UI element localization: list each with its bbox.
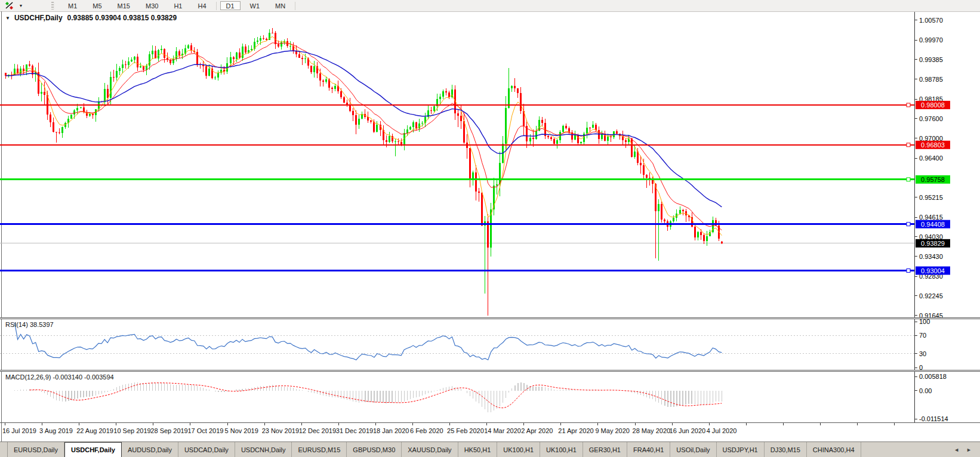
date-axis-label: 28 Sep 2019 (150, 427, 187, 434)
date-axis-tick (227, 423, 228, 425)
price-axis-label: 0.92245 (919, 292, 943, 299)
chart-collapse-icon[interactable]: ▼ (5, 16, 10, 21)
timeframe-button-d1[interactable]: D1 (220, 1, 241, 10)
line-handle[interactable] (907, 269, 910, 273)
price-axis-label: 0.99385 (919, 56, 943, 63)
chart-tab-uk100-h1[interactable]: UK100,H1 (540, 442, 583, 457)
chart-tab-gbpusd-m30[interactable]: GBPUSD,M30 (347, 442, 402, 457)
chart-tab-usdchf-daily[interactable]: USDCHF,Daily (64, 442, 122, 457)
date-axis-label: 21 Apr 2020 (558, 427, 593, 434)
chart-tab-uk100-h1[interactable]: UK100,H1 (497, 442, 540, 457)
candlestick-series (5, 28, 723, 316)
chart-tab-ger30-h1[interactable]: GER30,H1 (583, 442, 627, 457)
price-axis-label: 0.94615 (919, 214, 943, 221)
horizontal-level-line-0.95758[interactable]: 0.95758 (0, 175, 950, 184)
timeframe-buttons: M1M5M15M30H1H4D1W1MN (60, 1, 297, 10)
date-axis-label: 31 Dec 2019 (336, 427, 373, 434)
chart-ohlc-values: 0.93885 0.93904 0.93815 0.93829 (67, 14, 177, 22)
price-axis-label: 0.99970 (919, 36, 943, 44)
timeframe-button-h4[interactable]: H4 (192, 1, 212, 10)
current-price-badge-text: 0.93829 (921, 240, 945, 247)
horizontal-level-line-0.93004[interactable]: 0.93004 (0, 267, 950, 275)
chart-tab-usdcnh-daily[interactable]: USDCNH,Daily (235, 442, 292, 457)
date-axis-tick (709, 423, 710, 425)
chart-tab-fra40-h1[interactable]: FRA40,H1 (627, 442, 670, 457)
chart-tab-usdcad-daily[interactable]: USDCAD,Daily (178, 442, 235, 457)
date-axis-tick (153, 423, 153, 425)
timeframe-button-m30[interactable]: M30 (140, 1, 164, 10)
toolbar-separator (295, 2, 295, 10)
date-axis-label: 9 May 2020 (595, 427, 629, 434)
date-axis-label: 28 May 2020 (633, 427, 671, 434)
chart-tab-usdjpy-h1[interactable]: USDJPY,H1 (717, 442, 765, 457)
date-axis-tick (523, 423, 524, 425)
date-axis-tick (375, 423, 376, 425)
price-axis-label: 0.97600 (919, 115, 943, 122)
date-axis-label: 5 Nov 2019 (225, 427, 258, 434)
chart-tab-xauusd-daily[interactable]: XAUUSD,Daily (402, 442, 458, 457)
price-axis-label: 0.91645 (919, 312, 943, 317)
price-axis-label: 0.93430 (919, 253, 943, 260)
date-axis-tick (820, 423, 821, 425)
date-axis-tick (672, 423, 673, 425)
date-axis-tick (412, 423, 413, 425)
macd-axis-label: 0.00 (919, 387, 932, 394)
horizontal-level-line-0.94408[interactable]: 0.94408 (0, 220, 950, 229)
line-handle[interactable] (907, 103, 910, 107)
rsi-axis-label: 70 (919, 332, 926, 339)
price-chart-pane[interactable]: 1.005700.999700.993850.987850.981850.976… (0, 12, 980, 317)
chart-tab-china300-h4[interactable]: CHINA300,H4 (807, 442, 861, 457)
chart-tab-hk50-h1[interactable]: HK50,H1 (458, 442, 498, 457)
date-axis-label: 17 Oct 2019 (187, 427, 223, 434)
price-axis-label: 0.98785 (919, 76, 943, 83)
timeframe-button-w1[interactable]: W1 (244, 1, 266, 10)
chart-tab-eurusd-daily[interactable]: EURUSD,Daily (8, 442, 64, 457)
timeframe-button-m15[interactable]: M15 (112, 1, 136, 10)
date-axis-tick (894, 423, 895, 425)
timeframe-button-h1[interactable]: H1 (168, 1, 188, 10)
date-axis-tick (116, 423, 116, 425)
date-axis-tick (338, 423, 339, 425)
date-axis-label: 22 Aug 2019 (76, 427, 113, 434)
timeframe-button-m5[interactable]: M5 (87, 1, 107, 10)
rsi-axis-label: 0 (919, 364, 923, 370)
toolbar-grip-handle[interactable] (51, 2, 54, 10)
macd-indicator-pane[interactable]: 0.0058180.00-0.011514 (0, 372, 980, 422)
chart-tab-usoil-daily[interactable]: USOil,Daily (670, 442, 716, 457)
timeframe-toolbar: ▼ M1M5M15M30H1H4D1W1MN (0, 0, 980, 12)
price-level-badge-text: 0.94408 (921, 221, 945, 228)
horizontal-level-line-0.96803[interactable]: 0.96803 (0, 141, 950, 149)
macd-label: MACD(12,26,9) -0.003140 -0.003594 (5, 373, 114, 381)
date-axis-tick (42, 423, 42, 425)
chart-symbol-period: USDCHF,Daily (14, 14, 63, 22)
date-axis-tick (486, 423, 487, 425)
date-axis-label: 4 Jul 2020 (707, 427, 737, 434)
date-axis-tick (5, 423, 5, 425)
rsi-indicator-pane[interactable]: 10070300 (0, 319, 980, 370)
date-axis-tick (597, 423, 598, 425)
chart-tab-dj30-m15[interactable]: DJ30,M15 (765, 442, 807, 457)
rsi-line (15, 323, 722, 360)
chart-title: ▼USDCHF,Daily0.93885 0.93904 0.93815 0.9… (5, 14, 177, 22)
date-axis-tick (264, 423, 265, 425)
date-axis[interactable]: 16 Jul 20193 Aug 201922 Aug 201910 Sep 2… (0, 423, 980, 441)
tab-strip-spacer (0, 442, 8, 457)
chart-tab-bar: EURUSD,DailyUSDCHF,DailyAUDUSD,DailyUSDC… (0, 441, 980, 457)
cursor-crosshair-icon (4, 1, 15, 10)
tab-scroll-left-icon[interactable]: ◄ (954, 447, 959, 453)
tab-scroll-right-icon[interactable]: ► (966, 447, 972, 453)
date-axis-tick (857, 423, 858, 425)
line-handle[interactable] (907, 178, 910, 181)
cursor-tool-button[interactable] (2, 1, 17, 11)
timeframe-button-mn[interactable]: MN (269, 1, 291, 10)
line-handle[interactable] (907, 143, 910, 147)
chart-tab-audusd-daily[interactable]: AUDUSD,Daily (122, 442, 178, 457)
cursor-tool-dropdown-caret-icon[interactable]: ▼ (17, 4, 25, 8)
date-axis-label: 18 Jan 2020 (373, 427, 409, 434)
horizontal-level-line-0.98008[interactable]: 0.98008 (0, 101, 950, 109)
chart-tab-eurusd-m15[interactable]: EURUSD,M15 (292, 442, 347, 457)
line-handle[interactable] (907, 223, 910, 226)
date-axis-label: 10 Sep 2019 (113, 427, 150, 434)
timeframe-button-m1[interactable]: M1 (62, 1, 83, 10)
price-level-badge-text: 0.96803 (921, 141, 945, 149)
